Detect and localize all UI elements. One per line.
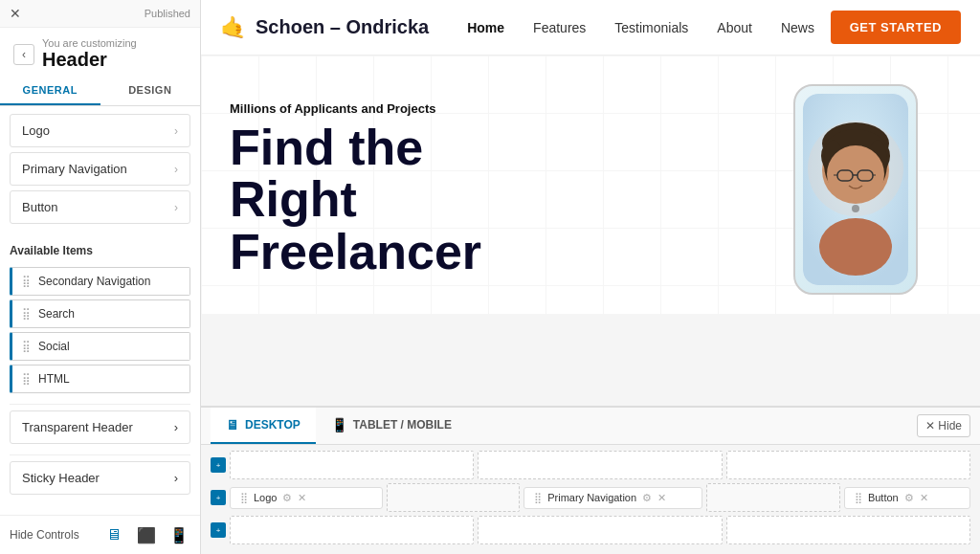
row-handle-1[interactable]: +: [211, 457, 226, 473]
transparent-header-item[interactable]: Transparent Header ›: [10, 410, 190, 444]
hero-title: Find the Right Freelancer: [230, 122, 760, 278]
chevron-right-icon: ›: [174, 201, 178, 214]
nav-link-about[interactable]: About: [717, 20, 752, 35]
available-social[interactable]: ⣿ Social: [10, 332, 190, 361]
logo-name: Schoen – Ondricka: [256, 16, 429, 38]
hero-image: [760, 84, 951, 295]
person-illustration: [803, 94, 908, 285]
nav-link-news[interactable]: News: [781, 20, 814, 35]
drag-handle-icon[interactable]: ⣿: [855, 492, 862, 504]
row-cell-1a: [230, 451, 474, 479]
row-cell-3a: [230, 516, 474, 544]
cta-button[interactable]: GET STARTED: [831, 11, 961, 44]
hero-content: Millions of Applicants and Projects Find…: [230, 101, 760, 278]
editor-row-1: +: [211, 451, 970, 479]
hero-title-line2: Right: [230, 173, 760, 226]
hero-title-line3: Freelancer: [230, 226, 760, 278]
button-item[interactable]: Button ›: [10, 190, 190, 224]
divider: [10, 454, 190, 455]
editor-canvas: + + ⣿ Logo ⚙ ✕ ⣿ Primary Navigation ⚙: [201, 445, 980, 554]
primary-navigation-item[interactable]: Primary Navigation ›: [10, 152, 190, 186]
drag-handle-icon[interactable]: ⣿: [240, 492, 248, 504]
panel-top-bar: ✕ Published: [0, 0, 200, 28]
svg-point-3: [819, 218, 892, 276]
sticky-header-item[interactable]: Sticky Header ›: [10, 461, 190, 495]
close-icon[interactable]: ✕: [10, 6, 21, 21]
tab-tablet-mobile[interactable]: 📱 TABLET / MOBILE: [316, 408, 467, 444]
customizing-label: You are customizing: [42, 37, 137, 49]
tab-general[interactable]: GENERAL: [0, 77, 100, 105]
chevron-right-icon: ›: [174, 124, 178, 138]
tab-desktop[interactable]: 🖥 DESKTOP: [211, 408, 316, 444]
panel-tabs: GENERAL DESIGN: [0, 77, 200, 106]
desktop-tab-icon: 🖥: [226, 417, 239, 432]
nav-link-features[interactable]: Features: [533, 20, 586, 35]
nav-link-testimonials[interactable]: Testimonials: [614, 20, 688, 35]
row-handle-2[interactable]: +: [211, 490, 226, 505]
settings-icon[interactable]: ⚙: [642, 492, 652, 504]
hide-button[interactable]: ✕ Hide: [917, 414, 970, 437]
hide-controls-label[interactable]: Hide Controls: [10, 528, 93, 542]
hero-title-line1: Find the: [230, 122, 760, 174]
logo-label: Logo: [22, 123, 50, 138]
editor-tabs: 🖥 DESKTOP 📱 TABLET / MOBILE ✕ Hide: [201, 408, 980, 445]
row-cell-3b: [478, 516, 722, 544]
site-navbar: 🤙 Schoen – Ondricka Home Features Testim…: [201, 0, 980, 55]
drag-handle-icon[interactable]: ⣿: [534, 492, 542, 504]
secondary-nav-label: Secondary Navigation: [38, 275, 150, 288]
hero-section: Millions of Applicants and Projects Find…: [201, 55, 980, 314]
logo-block: ⣿ Logo ⚙ ✕: [230, 487, 383, 509]
desktop-tab-label: DESKTOP: [245, 418, 301, 432]
tab-design[interactable]: DESIGN: [100, 77, 201, 105]
site-logo: 🤙 Schoen – Ondricka: [220, 15, 429, 40]
button-block-label: Button: [868, 492, 899, 503]
site-nav-links: Home Features Testimonials About News: [467, 20, 831, 35]
tablet-icon[interactable]: ⬛: [135, 523, 158, 546]
empty-cell-2b: [387, 483, 521, 512]
drag-icon: ⣿: [22, 275, 31, 288]
nav-link-home[interactable]: Home: [467, 20, 504, 35]
close-icon[interactable]: ✕: [657, 492, 666, 504]
chevron-right-icon: ›: [174, 163, 178, 176]
desktop-icon[interactable]: 🖥: [102, 523, 125, 546]
svg-point-15: [852, 205, 859, 212]
row-cell-3c: [726, 516, 970, 544]
hero-subtitle: Millions of Applicants and Projects: [230, 101, 760, 116]
settings-icon[interactable]: ⚙: [282, 492, 292, 504]
search-label: Search: [38, 307, 75, 321]
customizer-panel: ✕ Published ‹ You are customizing Header…: [0, 0, 201, 554]
site-preview: 🤙 Schoen – Ondricka Home Features Testim…: [201, 0, 980, 406]
row-handle-3[interactable]: +: [211, 522, 226, 538]
back-button[interactable]: ‹: [13, 44, 34, 65]
available-items-list: ⣿ Secondary Navigation ⣿ Search ⣿ Social…: [0, 262, 200, 398]
logo-item[interactable]: Logo ›: [10, 114, 190, 147]
available-secondary-nav[interactable]: ⣿ Secondary Navigation: [10, 267, 190, 296]
editor-row-3: +: [211, 516, 970, 544]
drag-icon: ⣿: [22, 372, 31, 386]
chevron-right-icon: ›: [174, 471, 178, 485]
panel-header: ‹ You are customizing Header: [0, 28, 200, 77]
available-html[interactable]: ⣿ HTML: [10, 365, 190, 393]
available-search[interactable]: ⣿ Search: [10, 299, 190, 328]
divider: [10, 404, 190, 405]
mobile-icon[interactable]: 📱: [167, 523, 190, 546]
primary-nav-label: Primary Navigation: [22, 162, 127, 176]
phone-mockup: [793, 84, 918, 295]
published-badge: Published: [145, 8, 190, 19]
settings-icon[interactable]: ⚙: [904, 492, 914, 504]
primary-nav-block: ⣿ Primary Navigation ⚙ ✕: [523, 487, 702, 509]
editor-row-2: + ⣿ Logo ⚙ ✕ ⣿ Primary Navigation ⚙ ✕ ⣿: [211, 483, 970, 512]
svg-point-9: [827, 145, 884, 203]
close-icon[interactable]: ✕: [920, 492, 928, 504]
row-cell-1b: [478, 451, 722, 479]
close-icon[interactable]: ✕: [298, 492, 306, 504]
button-label: Button: [22, 200, 58, 214]
primary-nav-block-label: Primary Navigation: [547, 492, 636, 503]
social-label: Social: [38, 340, 70, 353]
tablet-tab-label: TABLET / MOBILE: [353, 418, 452, 432]
available-items-label: Available Items: [0, 236, 200, 262]
logo-icon: 🤙: [220, 15, 246, 40]
phone-screen: [803, 94, 908, 285]
transparent-header-label: Transparent Header: [22, 420, 133, 434]
empty-cell-2d: [706, 483, 840, 512]
